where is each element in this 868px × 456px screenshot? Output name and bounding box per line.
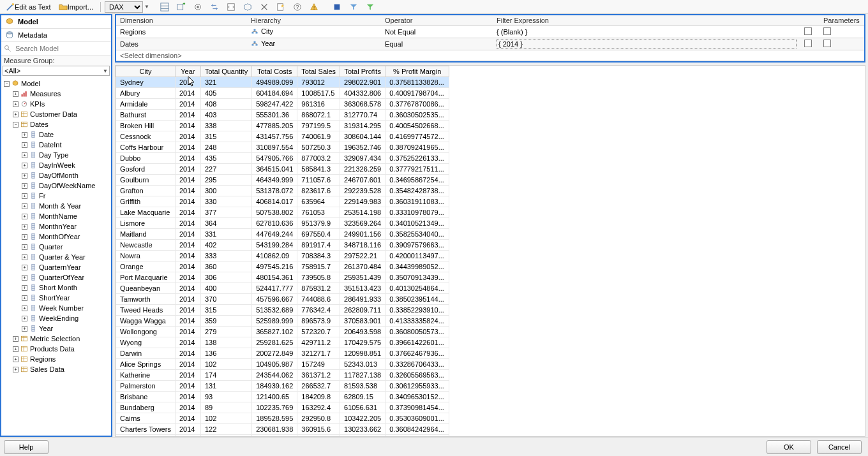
expander[interactable]: + [22,316,27,321]
expander[interactable]: + [22,183,27,189]
metadata-header[interactable]: Metadata [1,29,111,42]
expander[interactable]: + [22,142,27,148]
table-row[interactable]: Lake Macquarie2014377507538.802761053253… [116,207,449,218]
table-row[interactable]: Armidale2014408598247.422961316363068.57… [116,99,449,110]
tree-item[interactable]: +Month & Year [4,201,110,211]
measure-group-select[interactable]: <All>▼ [3,66,110,76]
tool-icon-3[interactable] [190,1,206,13]
expander[interactable]: − [13,122,19,128]
grid-col-header[interactable]: Year [175,66,200,77]
table-row[interactable]: Tamworth2014370457596.667744088.6286491.… [116,294,449,305]
expander[interactable]: + [22,224,27,230]
tool-icon-1[interactable] [157,1,172,13]
table-row[interactable]: Lismore2014364627810.636951379.9323569.2… [116,218,449,229]
import-button[interactable]: Import... [56,1,96,13]
tree-item[interactable]: +Measures [4,89,110,99]
grid-col-header[interactable]: Total Costs [252,66,297,77]
grid-col-header[interactable]: Total Sales [297,66,340,77]
tree-item[interactable]: +MonthnYear [4,221,110,232]
tree-item[interactable]: +DateInt [4,140,110,150]
tree-item[interactable]: +MonthName [4,211,110,221]
expander[interactable]: + [22,265,27,270]
expander[interactable]: + [22,285,27,291]
table-row[interactable]: Darwin2014136200272.849321271.7120998.85… [116,348,449,359]
expander[interactable]: + [22,173,27,179]
expander[interactable]: + [22,214,27,219]
expander[interactable]: + [22,295,27,301]
tree-item[interactable]: +Fr [4,191,110,201]
expander[interactable]: + [13,367,19,372]
expander[interactable]: + [22,305,27,311]
tree-item[interactable]: +Metric Selection [4,334,110,344]
tool-icon-5[interactable] [223,1,239,13]
table-row[interactable]: Broken Hill2014338477885.205797199.53193… [116,121,449,131]
tree-item[interactable]: +Date [4,129,110,140]
table-row[interactable]: Newcastle2014402543199.284891917.4348718… [116,240,449,251]
tree-item[interactable]: +Products Data [4,344,110,354]
tree-item[interactable]: +Quarter [4,242,110,252]
tree-item[interactable]: +QuarterOfYear [4,272,110,283]
expander[interactable]: + [13,336,19,342]
table-row[interactable]: Goulburn2014295464349.999711057.6246707.… [116,175,449,186]
table-row[interactable]: Sydney201321494989.099793012298022.9010.… [116,77,449,88]
table-row[interactable]: Bundaberg201489102235.769163292.461056.6… [116,402,449,413]
dim-row-regions[interactable]: Regions City Not Equal { (Blank) } [116,26,864,38]
table-row[interactable]: Wagga Wagga2014359525989.999896573.93705… [116,316,449,327]
ok-button[interactable]: OK [767,440,811,454]
expander[interactable]: + [22,163,27,168]
table-row[interactable]: Brisbane201493121400.65184209.862809.150… [116,392,449,402]
checkbox[interactable] [804,40,812,47]
table-row[interactable]: Charters Towers2014122230681.938360915.6… [116,424,449,435]
dim-row-new[interactable]: <Select dimension> [116,50,864,61]
tree-item[interactable]: −Dates [4,119,110,129]
expander[interactable]: + [22,254,27,260]
table-row[interactable]: Gosford2014227364515.041585841.3221326.2… [116,164,449,175]
table-row[interactable]: Nowra2014333410862.09708384.3297522.210.… [116,251,449,261]
table-row[interactable]: Maitland2014331447649.244697550.4249901.… [116,229,449,240]
tree-item[interactable]: +DayInWeek [4,160,110,170]
checkbox[interactable] [823,27,831,35]
grid-col-header[interactable]: % Profit Margin [385,66,449,77]
tool-icon-6[interactable] [240,1,255,13]
cancel-button[interactable]: Cancel [817,440,862,454]
expander[interactable]: + [22,193,27,199]
tool-icon-11[interactable] [329,1,345,13]
table-row[interactable]: Coffs Harbour2014248310897.554507250.319… [116,142,449,153]
tree-item[interactable]: +QuarternYear [4,262,110,272]
grid-col-header[interactable]: City [116,66,176,77]
checkbox[interactable] [823,40,831,47]
search-input[interactable] [14,43,108,54]
expander[interactable]: + [13,101,19,107]
table-row[interactable]: Tweed Heads2014315513532.689776342.42628… [116,305,449,316]
expander[interactable]: + [22,234,27,240]
tree-item[interactable]: +Short Month [4,283,110,293]
grid-col-header[interactable]: Total Quantity [200,66,251,77]
table-row[interactable]: Wollongong2014279365827.102572320.720649… [116,327,449,337]
checkbox[interactable] [804,27,812,35]
tree-item[interactable]: +MonthOfYear [4,232,110,242]
table-row[interactable]: Katherine2014174243544.062361371.2117827… [116,370,449,381]
expander[interactable]: + [13,91,19,97]
expander[interactable]: − [4,81,10,87]
tree-item[interactable]: +KPIs [4,99,110,109]
table-row[interactable]: Bathurst2014403555301.36868072.1312770.7… [116,110,449,121]
tool-icon-9[interactable]: ? [290,1,305,13]
tool-icon-4[interactable] [207,1,222,13]
expander[interactable]: + [13,112,19,117]
model-header[interactable]: Model [1,15,111,29]
table-row[interactable]: Dubbo2014435547905.766877003.2329097.434… [116,153,449,164]
table-row[interactable]: Palmerston2014131184939.162266532.781593… [116,381,449,392]
table-row[interactable]: Cessnock2014315431457.756740061.9308604.… [116,131,449,142]
tree-item[interactable]: +Week Number [4,303,110,313]
expander[interactable]: + [22,132,27,138]
expander[interactable]: + [13,346,19,352]
table-row[interactable]: Queanbeyan2014400524417.777875931.235151… [116,283,449,294]
language-select[interactable]: DAX [105,1,143,13]
tree-item[interactable]: +Year [4,323,110,334]
grid-col-header[interactable]: Total Profits [340,66,385,77]
expander[interactable]: + [22,203,27,209]
expander[interactable]: + [13,357,19,362]
results-grid[interactable]: CityYearTotal QuantityTotal CostsTotal S… [115,65,865,437]
tree-item[interactable]: +Regions [4,354,110,364]
table-row[interactable]: Grafton2014300531378.072823617.6292239.5… [116,186,449,196]
